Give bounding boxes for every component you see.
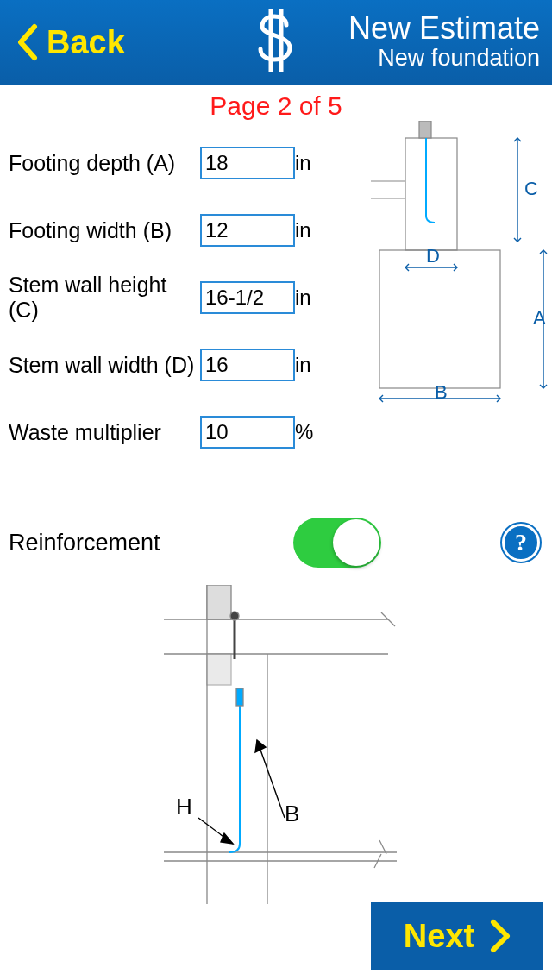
field-row-waste: Waste multiplier % [9,399,543,466]
svg-rect-6 [419,121,431,138]
svg-rect-2 [380,250,500,388]
field-label: Waste multiplier [9,420,200,445]
form-area: Footing depth (A) in Footing width (B) i… [0,121,552,466]
field-label: Stem wall height (C) [9,273,200,323]
field-unit: in [295,147,326,179]
page-indicator: Page 2 of 5 [0,91,552,121]
back-label: Back [47,24,125,61]
reinforcement-toggle[interactable] [293,518,381,568]
diagram-label-d: D [426,245,440,267]
svg-rect-16 [207,654,231,685]
stem-height-input[interactable] [200,281,295,314]
field-unit: in [295,349,326,381]
help-button[interactable]: ? [502,524,540,562]
header-subtitle: New foundation [348,45,540,72]
back-button[interactable]: Back [0,23,125,61]
diagram-label-h: H [176,794,192,820]
waste-multiplier-input[interactable] [200,416,295,449]
svg-marker-23 [221,833,233,844]
svg-point-18 [230,612,239,620]
app-logo-icon [248,9,304,75]
next-label: Next [404,918,474,955]
chevron-right-icon [490,919,511,953]
reinforcement-row: Reinforcement ? [0,518,552,568]
chevron-left-icon [16,23,40,61]
diagram-label-c: C [524,178,538,199]
header-title-block: New Estimate New foundation [348,12,540,72]
svg-rect-15 [207,585,231,619]
diagram-label-b2: B [285,801,299,826]
field-label: Footing depth (A) [9,151,200,176]
field-unit: % [295,416,326,449]
foundation-cross-section-diagram: C A B D [371,121,552,405]
diagram-label-b: B [435,381,448,403]
footing-width-input[interactable] [200,214,295,247]
svg-rect-3 [405,138,457,250]
question-mark-icon: ? [515,529,527,556]
reinforcement-label: Reinforcement [9,530,267,556]
field-unit: in [295,214,326,247]
stem-width-input[interactable] [200,349,295,381]
toggle-knob [333,519,380,566]
svg-rect-21 [236,688,243,706]
app-header: Back New Estimate New foundation [0,0,552,85]
field-unit: in [295,281,326,314]
footing-depth-input[interactable] [200,147,295,179]
diagram-label-a: A [533,307,546,329]
next-button[interactable]: Next [371,902,543,970]
field-label: Footing width (B) [9,218,200,243]
header-title: New Estimate [348,12,540,45]
reinforcement-detail-diagram: H B [147,585,405,904]
svg-line-24 [257,740,285,818]
field-label: Stem wall width (D) [9,353,200,378]
